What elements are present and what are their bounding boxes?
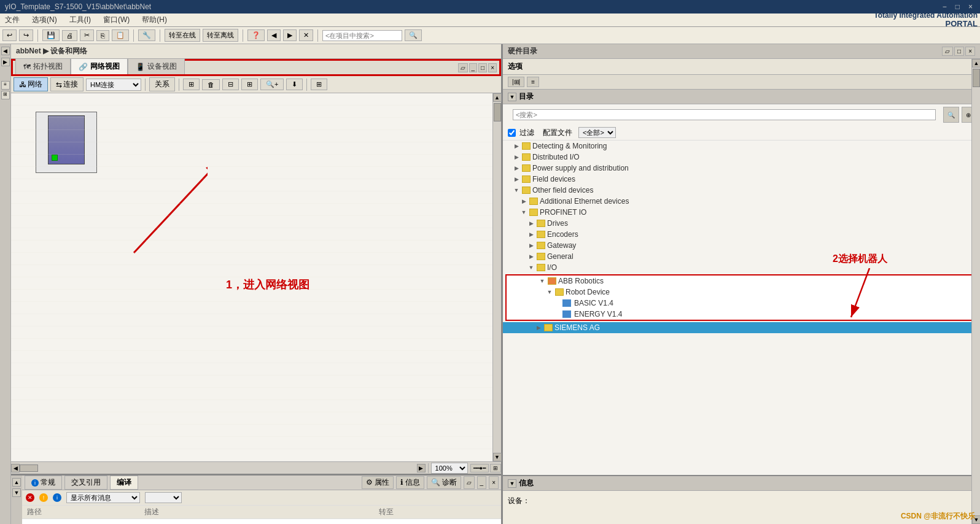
minimize-button[interactable]: − <box>940 2 949 11</box>
toolbar-paste[interactable]: 📋 <box>112 29 129 41</box>
toolbar-compile[interactable]: 🔧 <box>138 29 155 41</box>
toolbar-search-btn[interactable]: 🔍 <box>405 29 422 41</box>
sidebar-collapse-btn[interactable]: ◀ <box>1 47 10 55</box>
net-tool-1[interactable]: ⊞ <box>183 79 200 90</box>
catalog-max[interactable]: □ <box>954 47 964 56</box>
device-box-plc[interactable] <box>36 112 97 173</box>
tree-item-distributed[interactable]: ▶ Distributed I/O <box>503 152 980 163</box>
net-tool-2[interactable]: 🗑 <box>202 79 220 90</box>
catalog-search-input[interactable] <box>513 109 936 120</box>
error-icon[interactable]: ✕ <box>26 493 34 502</box>
tree-item-io[interactable]: ▼ I/O <box>503 262 980 273</box>
menu-file[interactable]: 文件 <box>2 13 22 26</box>
toolbar-stop[interactable]: ✕ <box>299 29 313 41</box>
menu-edit[interactable]: 选项(N) <box>29 13 60 26</box>
scroll-up-btn[interactable]: ▲ <box>493 93 502 102</box>
layout-btn[interactable]: ⊞ <box>490 464 501 472</box>
toolbar-go-online[interactable]: 转至在线 <box>165 29 200 42</box>
tree-item-power[interactable]: ▶ Power supply and distribution <box>503 163 980 174</box>
scroll-left-btn[interactable]: ◀ <box>11 464 20 472</box>
scroll-down-btn[interactable]: ▼ <box>493 453 502 461</box>
network-content[interactable]: 1，进入网络视图 <box>11 93 492 461</box>
config-select[interactable]: <全部> <box>578 127 616 138</box>
tree-item-field[interactable]: ▶ Field devices <box>503 174 980 185</box>
tree-item-robot-device[interactable]: ▼ Robot Device <box>507 287 976 298</box>
tab-network[interactable]: 🔗 网络视图 <box>71 58 128 74</box>
tree-item-drives[interactable]: ▶ Drives <box>503 218 980 229</box>
bottom-expand-btn[interactable]: ▼ <box>12 488 21 497</box>
tree-item-abb-robotics[interactable]: ▼ ABB Robotics <box>507 275 976 287</box>
maximize-button[interactable]: □ <box>953 2 962 11</box>
catalog-scroll-up[interactable]: ▲ <box>972 59 980 67</box>
tab-max[interactable]: □ <box>478 63 487 72</box>
warning-icon[interactable]: ! <box>39 493 48 502</box>
filter-checkbox[interactable] <box>508 129 516 137</box>
toolbar-help[interactable]: ❓ <box>247 29 265 41</box>
net-tool-4[interactable]: ⊞ <box>241 79 258 90</box>
net-tool-zoom-in[interactable]: 🔍+ <box>260 79 284 90</box>
toolbar-copy[interactable]: ⎘ <box>96 30 109 41</box>
tree-item-general[interactable]: ▶ General <box>503 251 980 262</box>
network-btn[interactable]: 🖧 网络 <box>14 77 48 91</box>
toolbar-cut[interactable]: ✂ <box>80 29 94 41</box>
tree-item-gateway[interactable]: ▶ Gateway <box>503 240 980 251</box>
bottom-collapse-btn[interactable]: ▲ <box>12 478 21 487</box>
message-count-select[interactable] <box>145 492 182 503</box>
toolbar-undo[interactable]: ↩ <box>2 29 17 41</box>
info-status-icon[interactable]: i <box>53 493 61 502</box>
zoom-select[interactable]: 100% 75% 50% 150% <box>431 463 468 474</box>
catalog-collapse-btn[interactable]: ▼ <box>508 93 516 101</box>
connect-btn[interactable]: ⇆ 连接 <box>50 77 84 91</box>
scroll-thumb-h[interactable] <box>20 464 38 472</box>
scroll-right-btn[interactable]: ▶ <box>417 464 426 472</box>
undock-bottom-btn[interactable]: ▱ <box>464 476 475 489</box>
info-collapse-btn[interactable]: ▼ <box>508 479 516 488</box>
sidebar-icon-1[interactable]: ≡ <box>1 81 10 90</box>
tree-item-basic-v14[interactable]: BASIC V1.4 <box>507 298 976 309</box>
toolbar-print[interactable]: 🖨 <box>62 30 77 41</box>
toolbar-nav2[interactable]: ▶ <box>283 29 297 41</box>
net-tool-download[interactable]: ⬇ <box>286 79 303 90</box>
tab-undock[interactable]: ▱ <box>458 63 468 72</box>
catalog-view-btn-2[interactable]: ≡ <box>527 77 539 87</box>
net-tool-3[interactable]: ⊟ <box>222 79 239 90</box>
hm-connect-select[interactable]: HM连接 <box>86 79 141 91</box>
tab-crossref[interactable]: 交叉引用 <box>64 476 107 490</box>
catalog-undock[interactable]: ▱ <box>942 47 953 56</box>
catalog-scroll-thumb[interactable] <box>973 69 980 87</box>
sidebar-expand-btn[interactable]: ▶ <box>1 58 10 66</box>
info-btn[interactable]: ℹ 信息 <box>396 476 424 489</box>
relation-btn[interactable]: 关系 <box>149 77 175 91</box>
zoom-slider-btn[interactable]: ━━●━ <box>470 464 489 472</box>
menu-window[interactable]: 窗口(W) <box>101 13 132 26</box>
toolbar-go-offline[interactable]: 转至离线 <box>203 29 238 42</box>
tree-item-additional-eth[interactable]: ▶ Additional Ethernet devices <box>503 196 980 207</box>
close-button[interactable]: × <box>966 2 975 11</box>
scroll-thumb-v[interactable] <box>494 103 501 121</box>
properties-btn[interactable]: ⚙ 属性 <box>362 476 394 489</box>
catalog-view-btn-1[interactable]: |⊞| <box>508 77 524 87</box>
tab-close[interactable]: × <box>488 63 497 72</box>
tree-item-other[interactable]: ▼ Other field devices <box>503 185 980 196</box>
toolbar-redo[interactable]: ↪ <box>19 29 33 41</box>
toolbar-nav1[interactable]: ◀ <box>267 29 281 41</box>
tab-topology[interactable]: 🗺 拓扑视图 <box>15 58 71 74</box>
message-filter-select[interactable]: 显示所有消息 <box>66 492 140 503</box>
tab-device[interactable]: 📱 设备视图 <box>128 58 185 74</box>
net-tool-grid[interactable]: ⊞ <box>311 79 327 90</box>
tree-item-energy-v14[interactable]: ENERGY V1.4 <box>507 309 976 320</box>
tab-normal[interactable]: i 常规 <box>25 476 62 490</box>
min-bottom-btn[interactable]: _ <box>477 476 487 489</box>
tab-min[interactable]: _ <box>469 63 478 72</box>
project-search-input[interactable] <box>322 30 402 41</box>
toolbar-save[interactable]: 💾 <box>42 29 60 41</box>
menu-tools[interactable]: 工具(I) <box>67 13 93 26</box>
catalog-close[interactable]: × <box>965 47 975 56</box>
menu-help[interactable]: 帮助(H) <box>139 13 169 26</box>
diagnostics-btn[interactable]: 🔍 诊断 <box>427 476 461 489</box>
catalog-search-btn-filter[interactable]: 🔍 <box>943 107 959 123</box>
tab-compile[interactable]: 编译 <box>110 476 138 490</box>
tree-item-encoders[interactable]: ▶ Encoders <box>503 229 980 240</box>
tree-item-profinet[interactable]: ▼ PROFINET IO <box>503 207 980 218</box>
close-bottom-btn[interactable]: × <box>489 476 499 489</box>
